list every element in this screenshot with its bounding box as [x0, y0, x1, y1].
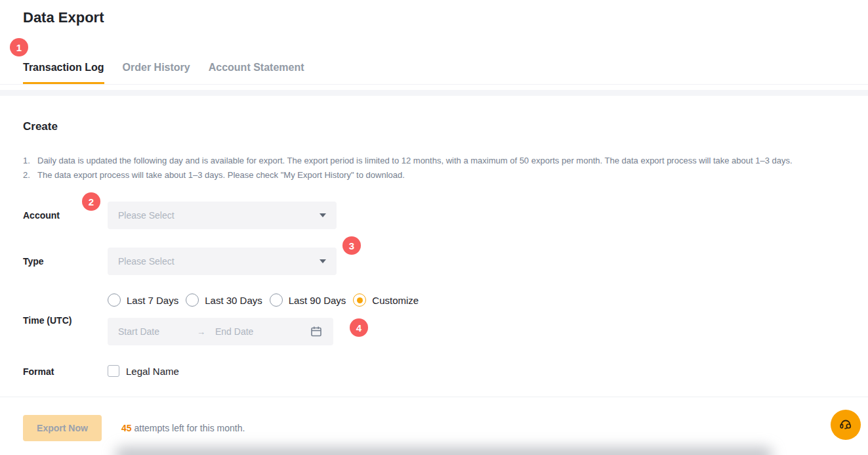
instruction-text: Daily data is updated the following day … [37, 154, 793, 168]
instruction-number: 2. [23, 168, 37, 183]
bottom-content-shadow [115, 447, 773, 455]
tab-account-statement[interactable]: Account Statement [209, 62, 304, 84]
type-select-placeholder: Please Select [118, 256, 320, 267]
date-range-input[interactable]: Start Date → End Date [108, 318, 333, 345]
legal-name-option: Legal Name [108, 365, 179, 377]
page-title: Data Export [23, 9, 104, 26]
section-separator-band [0, 90, 868, 96]
legal-name-checkbox-label: Legal Name [126, 366, 179, 377]
attempts-count: 45 [121, 423, 132, 433]
type-label: Type [23, 256, 44, 267]
type-select[interactable]: Please Select [108, 248, 337, 275]
legal-name-checkbox[interactable] [108, 365, 119, 377]
radio-icon [186, 293, 199, 307]
instructions-list: 1. Daily data is updated the following d… [23, 154, 793, 183]
create-heading: Create [23, 120, 58, 133]
tab-bar: Transaction Log Order History Account St… [23, 62, 304, 84]
radio-label: Customize [372, 295, 419, 306]
radio-label: Last 30 Days [205, 295, 262, 306]
tab-order-history[interactable]: Order History [123, 62, 190, 84]
radio-label: Last 7 Days [127, 295, 178, 306]
customer-support-button[interactable] [831, 410, 861, 440]
tabbar-divider [0, 84, 868, 85]
end-date-placeholder: End Date [215, 326, 310, 337]
time-range-radio-group: Last 7 Days Last 30 Days Last 90 Days Cu… [108, 293, 419, 307]
tab-transaction-log[interactable]: Transaction Log [23, 62, 104, 84]
radio-icon [270, 293, 283, 307]
instruction-item: 1. Daily data is updated the following d… [23, 154, 793, 168]
radio-last-7-days[interactable]: Last 7 Days [108, 293, 178, 307]
radio-last-30-days[interactable]: Last 30 Days [186, 293, 262, 307]
radio-selected-icon [353, 293, 366, 307]
caret-down-icon [320, 213, 326, 217]
calendar-icon[interactable] [310, 325, 323, 338]
annotation-badge-3: 3 [342, 236, 361, 255]
attempts-remaining-text: 45 attempts left for this month. [121, 423, 245, 433]
export-now-button[interactable]: Export Now [23, 415, 102, 441]
format-label: Format [23, 366, 54, 377]
instruction-number: 1. [23, 154, 37, 168]
radio-icon [108, 293, 121, 307]
caret-down-icon [320, 259, 326, 263]
instruction-item: 2. The data export process will take abo… [23, 168, 793, 183]
radio-customize[interactable]: Customize [353, 293, 419, 307]
annotation-badge-1: 1 [10, 38, 28, 56]
account-select-placeholder: Please Select [118, 210, 320, 221]
footer-divider [0, 397, 868, 397]
attempts-label: attempts left for this month. [132, 423, 245, 433]
account-label: Account [23, 210, 60, 221]
radio-label: Last 90 Days [289, 295, 346, 306]
instruction-text: The data export process will take about … [37, 168, 405, 183]
account-select[interactable]: Please Select [108, 202, 337, 229]
annotation-badge-4: 4 [350, 318, 368, 337]
radio-last-90-days[interactable]: Last 90 Days [270, 293, 346, 307]
time-label: Time (UTC) [23, 315, 72, 326]
annotation-badge-2: 2 [82, 192, 100, 211]
arrow-right-icon: → [197, 327, 215, 337]
start-date-placeholder: Start Date [118, 326, 197, 337]
headset-icon [838, 418, 853, 432]
data-export-page: Data Export Transaction Log Order Histor… [0, 0, 868, 455]
